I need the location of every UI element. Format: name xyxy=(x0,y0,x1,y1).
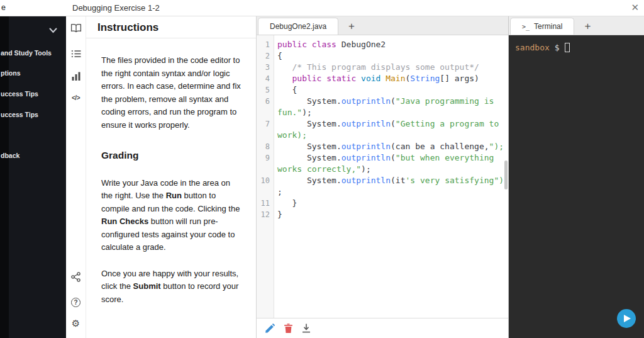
code-line[interactable]: ; xyxy=(277,186,508,198)
tab-terminal[interactable]: >_ Terminal xyxy=(510,18,574,35)
edit-pencil-icon[interactable] xyxy=(265,324,275,333)
sidebar-item[interactable]: uccess Tips xyxy=(1,111,38,118)
gear-icon[interactable]: ⚙ xyxy=(66,318,86,329)
help-icon[interactable]: ? xyxy=(66,296,86,307)
editor-tab-label: DebugOne2.java xyxy=(270,22,326,31)
code-editor-panel: DebugOne2.java + 123456 7 89 10 1112 pub… xyxy=(257,16,508,338)
chevron-down-icon[interactable] xyxy=(49,25,58,31)
editor-scrollbar-thumb[interactable] xyxy=(504,161,508,189)
code-area[interactable]: 123456 7 89 10 1112 public class DebugOn… xyxy=(257,35,508,318)
code-line[interactable]: System.outprintln("but when everything xyxy=(277,152,508,164)
instructions-intro-paragraph: The files provided in the code editor to… xyxy=(101,54,243,132)
instructions-body: The files provided in the code editor to… xyxy=(86,38,256,306)
navigation-sidebar: and Study Toolsptionsuccess Tipsuccess T… xyxy=(0,16,66,338)
code-line[interactable]: { xyxy=(277,84,508,96)
open-book-icon[interactable] xyxy=(66,23,86,35)
run-play-button[interactable] xyxy=(617,309,636,328)
checklist-icon[interactable] xyxy=(66,49,86,60)
terminal-prompt-icon: >_ xyxy=(522,23,530,30)
play-triangle-icon xyxy=(624,315,631,322)
code-line[interactable]: System.outprintln("Java programming is xyxy=(277,96,508,107)
terminal-panel: >_ Terminal + sandbox$ xyxy=(508,16,644,338)
code-line[interactable]: work); xyxy=(277,130,508,141)
instructions-title: Instructions xyxy=(86,16,256,38)
editor-tab-bar: DebugOne2.java + xyxy=(257,16,508,35)
new-terminal-button[interactable]: + xyxy=(584,21,591,31)
sidebar-item[interactable]: dback xyxy=(1,152,19,159)
terminal-tab-bar: >_ Terminal + xyxy=(509,16,644,35)
terminal-prompt-user: sandbox xyxy=(515,43,550,52)
tool-rail: </> ? ⚙ xyxy=(66,16,86,338)
code-line[interactable]: } xyxy=(277,198,508,209)
share-icon[interactable] xyxy=(66,272,86,284)
code-line[interactable]: public static void Main(String[] args) xyxy=(277,73,508,84)
grading-heading: Grading xyxy=(101,148,243,163)
terminal-output[interactable]: sandbox$ xyxy=(509,35,644,338)
truncated-left-title: e xyxy=(1,3,6,12)
terminal-prompt-symbol: $ xyxy=(555,43,560,52)
terminal-cursor xyxy=(565,43,570,52)
sidebar-item[interactable]: uccess Tips xyxy=(1,90,38,98)
tab-debugone2-java[interactable]: DebugOne2.java xyxy=(258,18,338,35)
new-tab-button[interactable]: + xyxy=(348,21,355,31)
delete-trash-icon[interactable] xyxy=(284,324,292,333)
code-line[interactable]: System.outprintln(it's very satisfying") xyxy=(277,175,508,186)
editor-toolbar xyxy=(257,318,508,338)
code-icon[interactable]: </> xyxy=(66,94,86,101)
code-line[interactable]: } xyxy=(277,209,508,220)
code-line[interactable]: /* This program displays some output*/ xyxy=(277,62,508,73)
code-line[interactable]: public class DebugOne2 xyxy=(277,39,508,50)
editor-gutter: 123456 7 89 10 1112 xyxy=(257,35,274,318)
window-header: e Debugging Exercise 1-2 ✕ xyxy=(0,0,644,16)
code-line[interactable]: fun."); xyxy=(277,107,508,118)
download-icon[interactable] xyxy=(302,324,311,333)
grading-paragraph: Write your Java code in the area on the … xyxy=(101,177,243,254)
sidebar-item[interactable]: ptions xyxy=(1,69,21,77)
sidebar-item[interactable]: and Study Tools xyxy=(1,49,52,57)
instructions-panel: Instructions The files provided in the c… xyxy=(86,16,257,338)
code-line[interactable]: System.outprintln(can be a challenge,"); xyxy=(277,141,508,152)
window-title: Debugging Exercise 1-2 xyxy=(72,3,160,13)
code-line[interactable]: works correctly,"); xyxy=(277,164,508,175)
submit-paragraph: Once you are happy with your results, cl… xyxy=(101,268,243,307)
code-line[interactable]: System.outprintln("Getting a program to xyxy=(277,118,508,130)
code-lines[interactable]: public class DebugOne2{ /* This program … xyxy=(274,35,508,318)
bar-chart-icon[interactable] xyxy=(66,72,86,83)
terminal-tab-label: Terminal xyxy=(534,22,562,31)
close-icon[interactable]: ✕ xyxy=(631,2,639,13)
code-line[interactable]: { xyxy=(277,50,508,62)
